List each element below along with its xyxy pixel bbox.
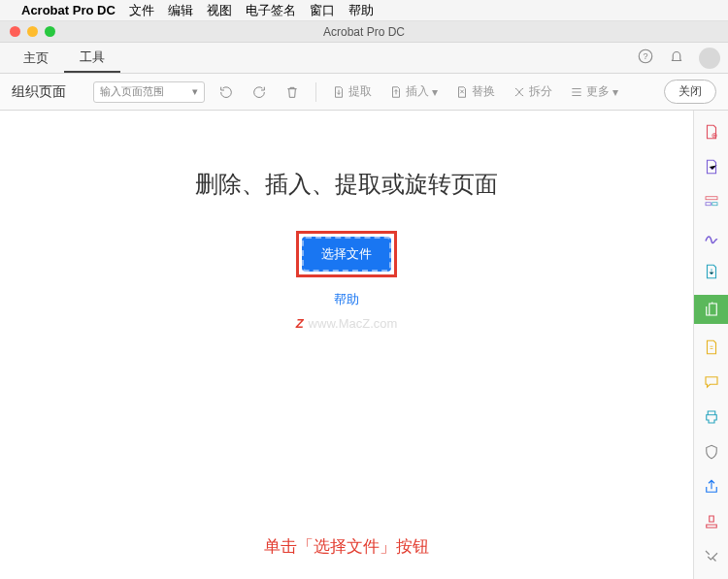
svg-rect-4 — [706, 203, 711, 206]
delete-button[interactable] — [281, 84, 304, 100]
rail-form-icon[interactable] — [700, 190, 723, 213]
window-title: Acrobat Pro DC — [323, 25, 405, 39]
insert-button[interactable]: 插入▾ — [385, 83, 442, 100]
annotation-hint: 单击「选择文件」按钮 — [264, 535, 429, 558]
window-close-icon[interactable] — [10, 26, 20, 37]
chevron-down-icon: ▾ — [612, 85, 618, 99]
tab-tools[interactable]: 工具 — [64, 43, 120, 73]
help-icon[interactable]: ? — [637, 48, 654, 68]
page-range-placeholder: 输入页面范围 — [100, 84, 164, 99]
menu-view[interactable]: 视图 — [207, 2, 232, 19]
help-link[interactable]: 帮助 — [334, 291, 359, 308]
menu-edit[interactable]: 编辑 — [168, 2, 193, 19]
close-button[interactable]: 关闭 — [664, 80, 716, 104]
rail-edit-pdf-icon[interactable] — [700, 155, 723, 178]
svg-rect-5 — [711, 203, 716, 206]
page-heading: 删除、插入、提取或旋转页面 — [195, 169, 498, 200]
avatar[interactable] — [699, 48, 720, 69]
chevron-down-icon: ▾ — [432, 85, 438, 99]
traffic-lights — [10, 26, 55, 37]
bell-icon[interactable] — [668, 48, 685, 68]
page-range-input[interactable]: 输入页面范围 ▾ — [93, 81, 205, 103]
split-button[interactable]: 拆分 — [509, 83, 556, 100]
main-content: 删除、插入、提取或旋转页面 选择文件 帮助 Zwww.MacZ.com 单击「选… — [0, 111, 693, 579]
titlebar: Acrobat Pro DC — [0, 21, 728, 43]
more-button[interactable]: 更多▾ — [566, 83, 622, 100]
rail-print-icon[interactable] — [700, 405, 723, 429]
organize-toolbar: 组织页面 输入页面范围 ▾ 提取 插入▾ 替换 拆分 更多▾ 关闭 — [0, 74, 728, 111]
menubar-appname[interactable]: Acrobat Pro DC — [21, 3, 116, 17]
rail-compress-icon[interactable] — [700, 336, 723, 359]
chevron-down-icon: ▾ — [192, 85, 198, 98]
watermark-text: Zwww.MacZ.com — [296, 316, 398, 331]
mac-menubar: Acrobat Pro DC 文件 编辑 视图 电子签名 窗口 帮助 — [0, 0, 728, 21]
tab-home[interactable]: 主页 — [8, 43, 64, 73]
rail-sign-icon[interactable] — [700, 225, 723, 248]
extract-button[interactable]: 提取 — [328, 83, 376, 100]
rotate-right-button[interactable] — [248, 84, 271, 100]
svg-rect-3 — [706, 197, 717, 200]
svg-text:?: ? — [643, 51, 647, 61]
rail-protect-icon[interactable] — [700, 440, 723, 464]
rotate-left-button[interactable] — [215, 84, 238, 100]
select-file-highlight: 选择文件 — [296, 231, 397, 277]
rail-more-tools-icon[interactable] — [700, 545, 723, 568]
replace-button[interactable]: 替换 — [451, 83, 499, 100]
toolbar-separator — [315, 82, 316, 102]
rail-create-pdf-icon[interactable] — [700, 120, 723, 144]
select-file-button[interactable]: 选择文件 — [302, 237, 391, 272]
rail-comment-icon[interactable] — [700, 370, 723, 394]
right-tool-rail — [693, 111, 728, 579]
menu-file[interactable]: 文件 — [129, 2, 154, 19]
toolbar-title: 组织页面 — [12, 83, 66, 101]
rail-share-icon[interactable] — [700, 475, 723, 499]
menu-window[interactable]: 窗口 — [310, 2, 335, 19]
rail-export-icon[interactable] — [700, 260, 723, 283]
menu-help[interactable]: 帮助 — [348, 2, 374, 19]
window-maximize-icon[interactable] — [45, 26, 55, 37]
window-minimize-icon[interactable] — [27, 26, 38, 37]
document-tabs: 主页 工具 ? — [0, 43, 728, 74]
rail-organize-icon[interactable] — [694, 295, 729, 324]
rail-stamp-icon[interactable] — [700, 510, 723, 533]
menu-esign[interactable]: 电子签名 — [246, 2, 296, 19]
